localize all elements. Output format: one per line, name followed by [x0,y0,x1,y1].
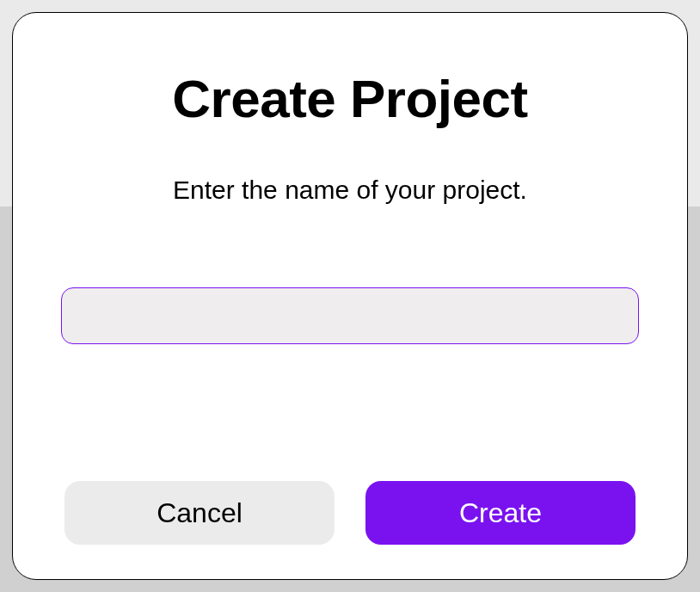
create-button[interactable]: Create [365,481,636,545]
project-name-field-wrap [61,287,639,344]
create-project-dialog: Create Project Enter the name of your pr… [12,12,688,580]
dialog-button-row: Cancel Create [64,481,636,545]
project-name-input[interactable] [61,287,639,344]
dialog-title: Create Project [172,68,527,129]
cancel-button[interactable]: Cancel [64,481,335,545]
dialog-subtitle: Enter the name of your project. [173,176,527,205]
